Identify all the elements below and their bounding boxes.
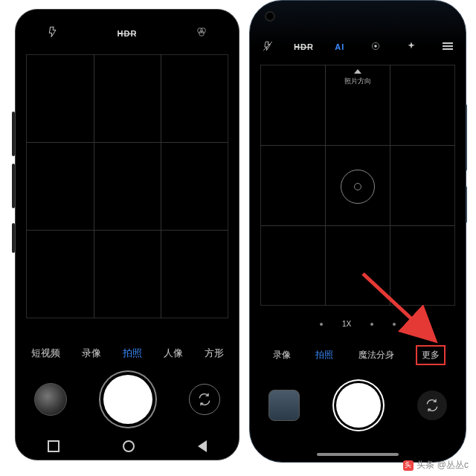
filter-icon[interactable] — [191, 26, 212, 40]
shutter-row — [16, 375, 239, 424]
mode-square[interactable]: 方形 — [202, 344, 227, 363]
svg-point-2 — [199, 31, 205, 36]
viewfinder-grid — [26, 54, 228, 318]
gallery-thumbnail[interactable] — [268, 390, 300, 421]
gesture-bar[interactable] — [317, 453, 399, 456]
top-controls: HDR AI — [250, 41, 466, 53]
hdr-toggle[interactable]: HDR — [293, 42, 314, 51]
mode-strip[interactable]: 短视频 录像 拍照 人像 方形 — [16, 344, 239, 363]
android-navbar[interactable] — [16, 440, 239, 452]
ai-toggle[interactable]: AI — [329, 42, 350, 51]
top-controls: HDR — [16, 26, 239, 40]
watermark: 头 头条 @丛丛c — [403, 459, 469, 472]
shutter-row — [250, 383, 466, 428]
phone-left: HDR 短视频 录像 拍照 人像 方形 — [15, 9, 239, 460]
hdr-toggle[interactable]: HDR — [117, 29, 138, 38]
switch-camera-icon[interactable] — [417, 390, 447, 420]
switch-camera-icon[interactable] — [189, 384, 220, 415]
front-camera-hole — [265, 11, 275, 22]
mode-portrait[interactable]: 人像 — [161, 344, 186, 363]
menu-icon[interactable] — [437, 41, 458, 53]
mode-shortvideo[interactable]: 短视频 — [28, 344, 63, 363]
svg-point-1 — [201, 28, 206, 33]
nav-home-icon[interactable] — [123, 440, 135, 452]
mode-clone[interactable]: 魔法分身 — [356, 346, 397, 364]
flash-icon[interactable] — [42, 26, 63, 40]
shutter-button[interactable] — [103, 375, 152, 424]
beauty-icon[interactable] — [401, 41, 422, 53]
nav-recents-icon[interactable] — [48, 440, 60, 452]
mode-photo[interactable]: 拍照 — [120, 344, 145, 363]
phone-right: HDR AI 照片方向 1X — [249, 0, 466, 463]
motion-icon[interactable] — [365, 41, 386, 53]
zoom-dot[interactable] — [370, 323, 373, 326]
mode-video[interactable]: 录像 — [270, 346, 294, 364]
zoom-dot[interactable] — [393, 323, 396, 326]
toutiao-logo-icon: 头 — [403, 460, 414, 471]
mode-more[interactable]: 更多 — [416, 345, 446, 365]
mode-video[interactable]: 录像 — [79, 344, 104, 363]
mode-strip[interactable]: 录像 拍照 魔法分身 更多 — [250, 345, 466, 365]
shutter-button[interactable] — [336, 383, 381, 428]
zoom-dot[interactable] — [320, 323, 323, 326]
flash-icon[interactable] — [257, 41, 278, 53]
svg-point-0 — [198, 28, 203, 33]
mode-photo[interactable]: 拍照 — [312, 346, 336, 364]
nav-back-icon[interactable] — [198, 440, 207, 452]
svg-point-5 — [374, 45, 377, 48]
focus-indicator — [341, 170, 375, 204]
gallery-thumbnail[interactable] — [34, 383, 67, 416]
zoom-selector[interactable]: 1X — [250, 320, 466, 328]
zoom-1x[interactable]: 1X — [342, 320, 351, 328]
